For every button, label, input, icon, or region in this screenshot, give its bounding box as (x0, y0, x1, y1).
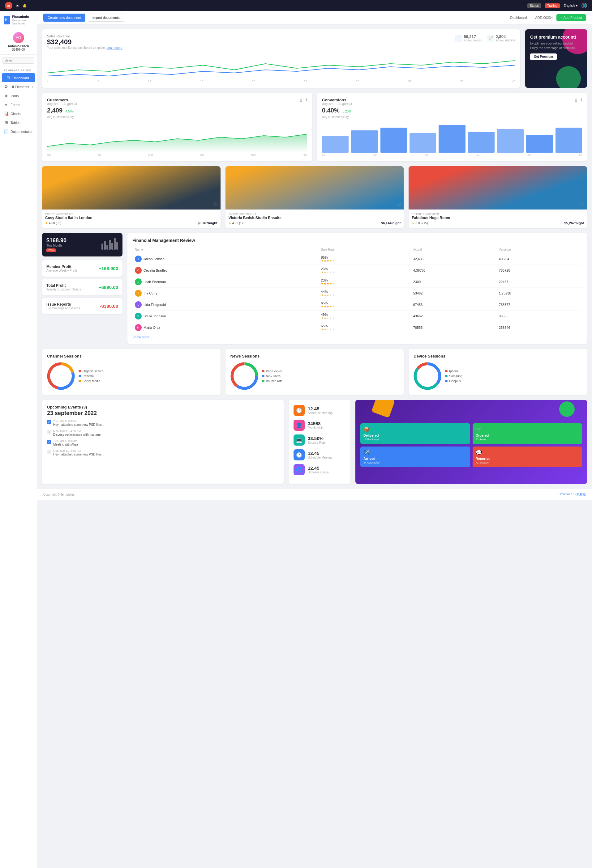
property-footer-1: ★ 4.60 (35) $5,267/night (45, 221, 218, 225)
premium-title: Get premium account! (530, 34, 582, 40)
legend-social: Social Media (78, 379, 104, 383)
person-name: Jacob Jensen (144, 257, 164, 261)
td-actual: 53462 (411, 288, 496, 299)
get-premium-button[interactable]: Get Premium (530, 53, 557, 60)
property-name-1: Cosy Studio flat in London (45, 216, 218, 220)
sidebar-brand: P+ Plusadmin Responsive Dashboard (0, 11, 37, 29)
star-icon: ★ (327, 305, 329, 308)
event-content-4: Mon, Mar 11, 4:30 PM Hey I attached some… (53, 449, 104, 456)
sidebar-item-forms[interactable]: ≡ Forms (0, 100, 37, 109)
customers-sub: Avg customers/Day (47, 115, 307, 119)
star-icon: ★ (332, 271, 334, 274)
td-actual: 67453 (411, 299, 496, 310)
download-link[interactable]: Download 17款精选 (559, 492, 586, 497)
customers-actions: 🖨 ℹ (299, 97, 307, 102)
import-documents-button[interactable]: Import documents (88, 13, 124, 22)
issue-reports-title: Issue Reports (46, 302, 80, 307)
customers-card: Customers August 01 - August 31 🖨 ℹ 2,40… (42, 93, 312, 161)
legend-dot (78, 370, 81, 372)
stat-item-4: 🕐 12.45 Schedule Meeting (293, 449, 345, 461)
bell-icon[interactable]: 🔔 (22, 4, 27, 8)
event-checkbox-1[interactable]: ✓ (47, 420, 51, 424)
td-variance: 22437 (496, 276, 582, 288)
sidebar-item-label: Charts (10, 112, 21, 115)
print-icon[interactable]: 🖨 (299, 97, 303, 102)
stat-label-1: Schedule Meeting (308, 411, 333, 415)
star-icon: ★ (324, 328, 326, 331)
info-icon[interactable]: ℹ (306, 97, 307, 102)
star-icon: ★ (327, 294, 329, 297)
email-icon[interactable]: ✉ (16, 4, 19, 8)
star-icon: ★ (321, 259, 324, 262)
legend-dot (78, 380, 81, 382)
td-actual: 32,435 (411, 253, 496, 265)
col-name: Name (132, 246, 318, 253)
device-sessions-title: Device Sessions (413, 354, 582, 359)
sidebar-item-icons[interactable]: ◈ Icons (0, 91, 37, 100)
person-name: Cecelia Bradley (144, 269, 167, 272)
top-bar-right: Status Trailing English ▾ 🌐 (527, 3, 587, 8)
sidebar-item-tables[interactable]: ⊞ Tables (0, 118, 37, 127)
conversions-axis: 102030405060 (322, 153, 582, 156)
globe-icon[interactable]: 🌐 (582, 3, 587, 8)
event-checkbox-2[interactable]: ○ (47, 430, 51, 434)
ordered-sub: 72 Items (476, 438, 487, 441)
stat-content-2: 34568 Profile visits (308, 421, 324, 430)
property-rating-3: ★ 3.83 (15) (412, 221, 428, 225)
sidebar-item-dashboard[interactable]: ⊞ Dashboard (2, 73, 35, 82)
finance-badge: 23% (46, 248, 56, 252)
event-content-3: Tue, Mar 5, 9:30am Meeting with Alisa (53, 439, 78, 446)
info-icon-2[interactable]: ℹ (580, 97, 582, 102)
conversions-title: Conversions (322, 97, 352, 102)
stars-row: ★★★★★ (321, 305, 408, 308)
event-checkbox-4[interactable]: ○ (47, 450, 51, 454)
add-product-button[interactable]: + Add Prodcut (556, 14, 586, 21)
header-right: Dashboard | ADE-00234 + Add Prodcut (510, 14, 586, 21)
favorite-icon-2[interactable]: ♡ (397, 202, 401, 207)
favorite-icon-1[interactable]: ♡ (214, 202, 218, 207)
documentation-icon: 📄 (4, 129, 9, 134)
member-profit-value: +168.900 (99, 266, 118, 271)
sidebar-item-charts[interactable]: 📊 Charts (0, 109, 37, 118)
plus-icon: + (560, 16, 562, 19)
td-name: L Leah Sherman (132, 276, 318, 288)
td-rate: 65% ★★★★★ (318, 299, 411, 310)
td-actual: 43662 (411, 310, 496, 322)
language-selector[interactable]: English ▾ (564, 4, 578, 8)
sidebar-item-documentation[interactable]: 📄 Documentation (0, 127, 37, 136)
td-name: S Stella Johnson (132, 310, 318, 322)
stat-item-3: 💻 33.50% Bounce Rate (293, 434, 345, 446)
create-document-button[interactable]: Create new document (43, 13, 85, 22)
top-bar-left: ☰ ✉ 🔔 (5, 2, 27, 9)
device-sessions-chart-container: Iphone Samsung Oneplus (413, 362, 582, 390)
legend-dot (445, 380, 448, 382)
td-variance: 96535 (496, 310, 582, 322)
stars-row: ★★★★★ (321, 328, 408, 331)
person-name: Ina Curry (144, 291, 157, 295)
show-more-button[interactable]: Show more (132, 335, 582, 339)
sidebar-item-ui-elements[interactable]: ⚙ UI Elements › (0, 82, 37, 91)
financial-table-title: Financial Management Review (132, 238, 582, 243)
main-content: Create new document Import documents Das… (37, 11, 592, 868)
member-profit-title: Member Profit (46, 264, 77, 269)
learn-more-link[interactable]: Learn more (107, 46, 123, 49)
customers-axis: janfebmaraprmaynov (47, 153, 307, 156)
table-header-row: Name Sale Rate Actual Variance (132, 246, 582, 253)
sidebar-item-label: Tables (10, 121, 21, 124)
star-icon: ★ (329, 316, 332, 319)
legend-label: Organic search (83, 369, 104, 373)
user-name: Antonio Olsen (4, 44, 33, 48)
event-checkbox-3[interactable]: ✓ (47, 440, 51, 444)
events-date: 23 september 2022 (47, 410, 279, 416)
stat-content-5: 12.45 Browser Usage (308, 465, 329, 474)
print-icon-2[interactable]: 🖨 (574, 97, 578, 102)
total-profit-item: 📈 2,804 TOTAL PROFIT (487, 34, 515, 42)
delivered-title: Delivered (363, 434, 379, 437)
customers-chart (47, 122, 307, 153)
trailing-badge: Trailing (545, 3, 560, 8)
star-icon: ★ (332, 282, 334, 285)
property-price-1: $5,267/night (198, 221, 218, 225)
favorite-icon-3[interactable]: ♡ (580, 202, 585, 207)
menu-toggle-button[interactable]: ☰ (5, 2, 12, 9)
search-input[interactable] (3, 57, 34, 63)
